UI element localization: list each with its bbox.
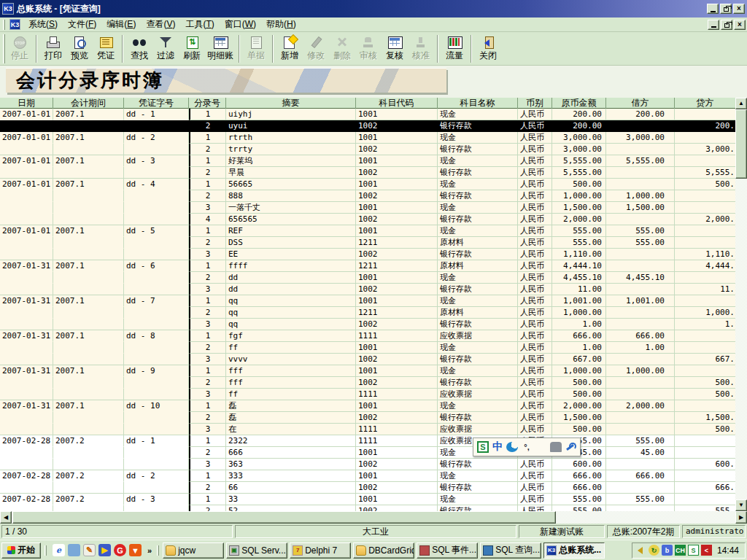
table-row[interactable]: 33631002银行存款人民币600.00600. — [0, 459, 735, 470]
table-row[interactable]: 26661001现金人民币45.0045.00 — [0, 447, 735, 459]
ie-icon[interactable]: e — [53, 544, 65, 556]
toolbar-button-print[interactable]: 打印 — [40, 33, 66, 65]
update-icon[interactable]: ↻ — [649, 545, 659, 556]
menu-item-5[interactable]: 窗口(W) — [220, 17, 261, 32]
column-header-3[interactable]: 分录号 — [189, 98, 226, 109]
mdi-minimize-button[interactable] — [708, 20, 719, 30]
minimize-button[interactable] — [707, 4, 719, 14]
taskbar-task-5[interactable]: SQL 查询... — [480, 542, 541, 559]
toolbar-button-new[interactable]: 新增 — [276, 33, 303, 65]
table-row[interactable]: 46565651002银行存款人民币2,000.002,000. — [0, 214, 735, 225]
quicklaunch-grip[interactable] — [44, 545, 47, 556]
flashget-icon[interactable]: ▼ — [129, 544, 142, 556]
table-row[interactable]: 2007-01-312007.1dd - 91fff1001现金人民币1,000… — [0, 365, 735, 377]
ime-wrench-icon[interactable] — [565, 442, 576, 452]
table-row[interactable]: 3qq1002银行存款人民币1.001. — [0, 319, 735, 330]
table-row[interactable]: 2磊1002银行存款人民币1,500.001,500. — [0, 412, 735, 424]
menu-item-6[interactable]: 帮助(H) — [261, 17, 301, 32]
table-row[interactable]: 28881002银行存款人民币1,000.001,000.00 — [0, 190, 735, 202]
lang-ch-icon[interactable]: CH — [675, 545, 686, 556]
table-row[interactable]: 2007-01-012007.1dd - 11uiyhj1001现金人民币200… — [0, 109, 735, 120]
table-row[interactable]: 2007-02-282007.2dd - 31331001现金人民币555.00… — [0, 494, 735, 505]
scroll-left-button[interactable]: ◀ — [0, 511, 12, 524]
table-row[interactable]: 3ff1111应收票据人民币500.00500. — [0, 389, 735, 400]
table-row[interactable]: 3一落千丈1001现金人民币1,500.001,500.00 — [0, 202, 735, 214]
taskbar-task-6[interactable]: K3总账系统... — [543, 542, 605, 559]
toolbar-button-refresh[interactable]: 刷新 — [179, 33, 205, 65]
menubar-grip[interactable] — [3, 20, 5, 30]
mdi-close-button[interactable]: × — [734, 20, 746, 30]
table-row[interactable]: 3dd1002银行存款人民币11.0011. — [0, 284, 735, 295]
horizontal-scrollbar[interactable]: ◀ ▶ — [0, 511, 747, 524]
table-row[interactable]: 2qq1211原材料人民币1,000.001,000. — [0, 307, 735, 319]
close-button[interactable]: × — [733, 4, 745, 14]
menu-item-1[interactable]: 文件(F) — [63, 17, 101, 32]
redapp-icon[interactable]: G — [114, 544, 126, 556]
tasks-grip[interactable] — [157, 545, 159, 556]
table-row[interactable]: 2007-01-312007.1dd - 101磊1001现金人民币2,000.… — [0, 400, 735, 412]
outlook-icon[interactable] — [68, 544, 80, 556]
column-header-1[interactable]: 会计期间 — [53, 98, 124, 109]
toolbar-button-find[interactable]: 查找 — [126, 33, 152, 65]
toolbar-grip[interactable] — [3, 34, 5, 63]
menu-item-4[interactable]: 工具(T) — [180, 17, 219, 32]
menu-item-0[interactable]: 系统(S) — [23, 17, 63, 32]
vertical-scrollbar[interactable]: ▲ ▼ — [735, 98, 747, 511]
column-header-10[interactable]: 贷方 — [675, 98, 735, 109]
restore-button[interactable] — [720, 4, 732, 14]
menu-item-2[interactable]: 编辑(E) — [101, 17, 141, 32]
toolbar-button-preview[interactable]: 预览 — [66, 33, 93, 65]
ime-keyboard-icon[interactable] — [535, 440, 547, 454]
volume-icon[interactable] — [635, 545, 646, 556]
table-row[interactable]: 2007-01-012007.1dd - 31好莱坞1001现金人民币5,555… — [0, 155, 735, 167]
table-row[interactable]: 3EE1002银行存款人民币1,110.001,110. — [0, 249, 735, 260]
table-row[interactable]: 2007-01-012007.1dd - 51REF1001现金人民币555.0… — [0, 225, 735, 237]
toolbar-button-closeapp[interactable]: 关闭 — [475, 33, 501, 65]
table-row[interactable]: 2007-02-282007.2dd - 1123221111应收票据人民币55… — [0, 435, 735, 447]
scroll-down-button[interactable]: ▼ — [735, 499, 747, 511]
scroll-up-button[interactable]: ▲ — [735, 98, 747, 109]
table-row[interactable]: 2dd1001现金人民币4,455.104,455.10 — [0, 272, 735, 284]
horizontal-scroll-thumb[interactable] — [12, 511, 556, 524]
service-icon[interactable]: b — [662, 545, 673, 556]
table-row[interactable]: 2007-02-282007.2dd - 213331001现金人民币666.0… — [0, 470, 735, 482]
toolbar-button-voucher[interactable]: 凭证 — [93, 33, 119, 65]
toolbar-button-detail[interactable]: 明细账 — [205, 33, 236, 65]
scroll-right-button[interactable]: ▶ — [735, 511, 747, 524]
toolbar-button-filter[interactable]: 过滤 — [152, 33, 179, 65]
ime-moon-icon[interactable] — [506, 442, 518, 452]
table-row[interactable]: 2早晨1002银行存款人民币5,555.005,555. — [0, 167, 735, 179]
taskbar-task-2[interactable]: 7Delphi 7 — [290, 542, 351, 559]
ime-mode-icon[interactable]: 中 — [492, 440, 503, 454]
ime-punct-icon[interactable]: °, — [521, 440, 533, 454]
column-header-9[interactable]: 借方 — [606, 98, 675, 109]
sogou-icon2[interactable]: S — [688, 545, 699, 556]
ime-figure-icon[interactable] — [550, 442, 562, 452]
column-header-2[interactable]: 凭证字号 — [124, 98, 189, 109]
quicklaunch-overflow-chevron[interactable]: » — [146, 546, 153, 555]
menu-item-3[interactable]: 查看(V) — [141, 17, 180, 32]
toolbar-button-recheck[interactable]: 复核 — [382, 33, 408, 65]
red-icon[interactable]: < — [701, 545, 712, 556]
compose-icon[interactable]: ✎ — [83, 544, 96, 556]
table-row[interactable]: 2521002银行存款人民币555.00555. — [0, 505, 735, 511]
column-header-4[interactable]: 摘要 — [226, 98, 356, 109]
taskbar-task-4[interactable]: SQL 事件... — [417, 542, 478, 559]
vertical-scroll-thumb[interactable] — [735, 109, 747, 179]
table-row[interactable]: 3在1111应收票据人民币500.00500. — [0, 424, 735, 435]
column-header-0[interactable]: 日期 — [0, 98, 53, 109]
table-row[interactable]: 2007-01-312007.1dd - 71qq1001现金人民币1,001.… — [0, 295, 735, 307]
table-row[interactable]: 2DSS1211原材料人民币555.00555.00 — [0, 237, 735, 249]
column-header-8[interactable]: 原币金额 — [552, 98, 606, 109]
column-header-5[interactable]: 科目代码 — [356, 98, 438, 109]
table-row[interactable]: 3vvvv1002银行存款人民币667.00667. — [0, 354, 735, 365]
taskbar-task-3[interactable]: DBCardGrid — [353, 542, 414, 559]
table-row[interactable]: 2uyui1002银行存款人民币200.00200. — [0, 120, 735, 132]
column-header-7[interactable]: 币别 — [518, 98, 552, 109]
taskbar-task-0[interactable]: jqcw — [163, 542, 224, 559]
table-row[interactable]: 2007-01-012007.1dd - 41566651001现金人民币500… — [0, 179, 735, 190]
taskbar-task-1[interactable]: ▣SQL Serv... — [226, 542, 287, 559]
table-row[interactable]: 2fff1002银行存款人民币500.00500. — [0, 377, 735, 389]
table-row[interactable]: 2661002银行存款人民币666.00666. — [0, 482, 735, 494]
mdi-restore-button[interactable] — [721, 20, 732, 30]
